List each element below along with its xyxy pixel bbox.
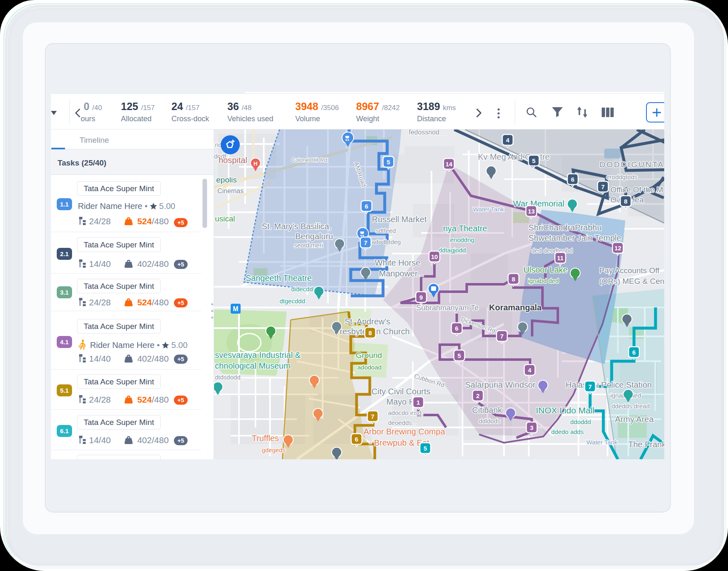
svg-text:7: 7 xyxy=(588,383,592,390)
svg-text:White Horse: White Horse xyxy=(375,258,420,267)
svg-text:Ground: Ground xyxy=(356,351,382,360)
svg-text:sdtfeed: sdtfeed xyxy=(376,227,396,234)
svg-text:Bengaluru: Bengaluru xyxy=(295,232,333,241)
svg-text:2: 2 xyxy=(476,392,480,399)
svg-text:5: 5 xyxy=(424,445,427,452)
svg-text:13: 13 xyxy=(528,208,535,215)
svg-text:Pay Accounts Off: Pay Accounts Off xyxy=(599,266,660,275)
svg-text:adodoad: adodoad xyxy=(357,364,381,371)
svg-text:6: 6 xyxy=(632,349,636,356)
svg-text:ddtagjodd: ddtagjodd xyxy=(439,247,466,254)
svg-text:4: 4 xyxy=(528,367,532,374)
svg-text:Salarpuria Windsor: Salarpuria Windsor xyxy=(465,380,535,389)
svg-text:(ORs) MEG & Cen: (ORs) MEG & Cen xyxy=(599,277,664,286)
svg-text:eroddgtods: eroddgtods xyxy=(606,173,637,180)
svg-text:hospital: hospital xyxy=(219,156,247,165)
svg-text:adocdo insd,: adocdo insd, xyxy=(388,409,423,416)
svg-text:St. Andrew's: St. Andrew's xyxy=(345,317,391,326)
svg-text:Arbor Brewing Compa: Arbor Brewing Compa xyxy=(364,427,446,436)
svg-text:11: 11 xyxy=(557,254,564,262)
svg-text:5: 5 xyxy=(458,352,461,359)
svg-text:Water Tank: Water Tank xyxy=(586,439,618,446)
svg-text:Water Tank: Water Tank xyxy=(473,206,504,213)
svg-text:INOX Lido Mall: INOX Lido Mall xyxy=(536,405,594,415)
svg-text:dtgecddd: dtgecddd xyxy=(280,297,305,305)
svg-text:ShriChandraPrabhu: ShriChandraPrabhu xyxy=(528,223,602,232)
svg-text:DODDIGUNTA: DODDIGUNTA xyxy=(600,160,664,169)
svg-text:M: M xyxy=(233,305,238,312)
svg-text:7: 7 xyxy=(371,413,374,420)
svg-text:7: 7 xyxy=(500,333,504,340)
svg-text:seotd meri: seotd meri xyxy=(294,242,323,249)
svg-text:Russell Market: Russell Market xyxy=(372,215,427,224)
svg-text:Cinemas: Cinemas xyxy=(217,187,243,194)
svg-text:4: 4 xyxy=(506,137,510,144)
svg-text:didecdd: didecdd xyxy=(291,286,313,293)
svg-text:5: 5 xyxy=(387,158,390,166)
svg-text:chnological Museum: chnological Museum xyxy=(215,361,290,370)
svg-text:fedossnod...: fedossnod... xyxy=(409,130,445,136)
svg-text:6: 6 xyxy=(355,436,358,443)
svg-text:usical: usical xyxy=(215,214,235,223)
svg-text:epolis: epolis xyxy=(216,175,237,184)
svg-text:H: H xyxy=(253,161,257,167)
svg-text:War Memorial: War Memorial xyxy=(513,199,564,208)
svg-text:Colonel Hill Rd: Colonel Hill Rd xyxy=(292,157,327,163)
svg-text:City Civil Courts: City Civil Courts xyxy=(371,387,430,396)
svg-text:Sangeeth Theatre: Sangeeth Theatre xyxy=(246,274,312,283)
svg-text:dtdsdodd...: dtdsdodd... xyxy=(215,374,246,381)
svg-text:Army Area: Army Area xyxy=(615,415,654,424)
svg-text:6: 6 xyxy=(571,176,574,183)
svg-text:10: 10 xyxy=(431,253,438,260)
svg-text:6: 6 xyxy=(455,325,458,332)
svg-text:14: 14 xyxy=(446,161,453,168)
svg-text:3: 3 xyxy=(530,424,533,431)
svg-text:Koramangala: Koramangala xyxy=(489,303,542,312)
svg-text:adodbtdeg: adodbtdeg xyxy=(371,238,401,245)
svg-text:6: 6 xyxy=(365,203,368,210)
svg-text:Halasuru Police Station: Halasuru Police Station xyxy=(566,380,652,389)
svg-text:8: 8 xyxy=(512,276,515,283)
svg-text:svesvaraya Industrial &: svesvaraya Industrial & xyxy=(215,350,301,360)
svg-text:7: 7 xyxy=(601,183,605,190)
svg-text:5: 5 xyxy=(532,157,535,164)
svg-text:ddedo adds: ddedo adds xyxy=(551,428,583,435)
svg-text:St. Mary's Basilica,: St. Mary's Basilica, xyxy=(262,222,331,231)
svg-text:Manpower...: Manpower... xyxy=(379,269,424,278)
svg-text:gdegeds: gdegeds xyxy=(262,446,286,453)
svg-text:ddedds dread: ddedds dread xyxy=(612,403,650,410)
svg-text:12: 12 xyxy=(615,245,622,252)
svg-text:ded deodteobd: ded deodteobd xyxy=(531,247,573,254)
svg-text:Subrahmanyam Te: Subrahmanyam Te xyxy=(416,304,479,312)
svg-text:nya Theatre: nya Theatre xyxy=(443,224,487,233)
svg-text:ignabd ded: ignabd ded xyxy=(528,277,559,284)
svg-text:9: 9 xyxy=(419,294,423,301)
svg-text:enoddng: enoddng xyxy=(450,236,474,243)
svg-text:Shwetamber Jain Temple: Shwetamber Jain Temple xyxy=(528,233,621,242)
svg-text:7: 7 xyxy=(364,239,367,246)
svg-text:Truffles: Truffles xyxy=(252,434,279,443)
svg-text:Ulsoor Lake: Ulsoor Lake xyxy=(523,265,568,274)
svg-text:1: 1 xyxy=(417,399,420,406)
svg-text:The Frank: The Frank xyxy=(628,440,664,449)
svg-text:ddoddd: ddoddd xyxy=(570,418,591,425)
svg-text:8: 8 xyxy=(369,329,372,336)
svg-text:ddldods: ddldods xyxy=(479,417,501,425)
svg-text:deoedds...: deoedds... xyxy=(388,419,417,426)
svg-text:Citibank: Citibank xyxy=(472,405,502,415)
svg-text:Office Of the M: Office Of the M xyxy=(610,185,663,194)
svg-text:8: 8 xyxy=(624,198,627,205)
